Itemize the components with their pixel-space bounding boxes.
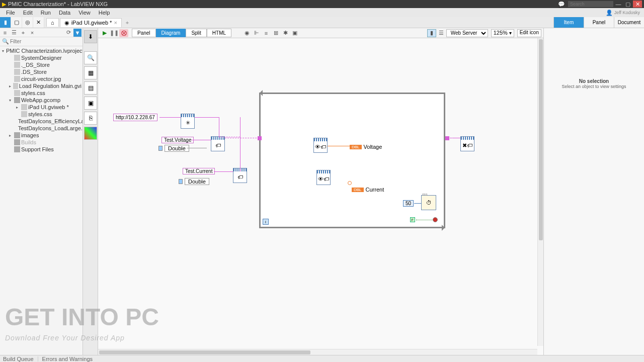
zoom-dropdown[interactable]: 125% ▾: [491, 29, 514, 37]
menu-edit[interactable]: Edit: [19, 10, 37, 16]
tree-item[interactable]: circuit-vector.jpg: [0, 75, 83, 82]
menu-help[interactable]: Help: [95, 10, 114, 16]
palette-search-icon[interactable]: 🔍: [84, 51, 97, 64]
align-left-icon[interactable]: ⊩: [252, 29, 261, 37]
layout-b-icon[interactable]: ☰: [437, 29, 446, 37]
label-voltage-tag[interactable]: Test.Voltage: [162, 137, 194, 143]
label-current-tag[interactable]: Test.Current: [183, 168, 215, 174]
node-wait-ms[interactable]: ⏱: [421, 195, 436, 210]
indicator-current[interactable]: DBLCurrent: [352, 187, 384, 193]
breakpoint-icon[interactable]: ◉: [243, 29, 252, 37]
document-tab[interactable]: ◉ iPad UI.gviweb * ×: [60, 18, 122, 27]
tree-item[interactable]: ▸Load Regulation Main.gvi: [0, 82, 83, 89]
viewtab-split[interactable]: Split: [186, 29, 206, 37]
menu-run[interactable]: Run: [37, 10, 55, 16]
canvas-area: ▶ ❚❚ ⨂ Panel Diagram Split HTML ◉ ⊩ ≡ ⊞ …: [98, 28, 543, 355]
indicator-voltage[interactable]: DBLVoltage: [350, 144, 382, 150]
abort-button[interactable]: ⨂: [119, 29, 128, 37]
run-button[interactable]: ▶: [100, 29, 109, 37]
new-tab-button[interactable]: +: [123, 19, 132, 27]
tools-button[interactable]: ✕: [33, 17, 44, 28]
tree-root[interactable]: ▾PMIC Characterization.lvproject *: [0, 47, 83, 54]
group-icon[interactable]: ▣: [290, 29, 299, 37]
coerce-dot-icon: [348, 181, 352, 185]
cleanup-icon[interactable]: ✱: [281, 29, 290, 37]
tree-item[interactable]: .DS_Store: [0, 68, 83, 75]
distribute-icon[interactable]: ⊞: [271, 29, 280, 37]
tree-item[interactable]: Support Files: [0, 146, 83, 153]
filter-toggle-icon[interactable]: ▼: [73, 29, 82, 37]
tree-item[interactable]: TestDayIcons_LoadLarge.png: [0, 125, 83, 132]
wire: [240, 117, 240, 171]
edit-icon-button[interactable]: Edit icon: [517, 29, 541, 37]
node-open-tag[interactable]: ✳: [181, 114, 195, 129]
tree-item[interactable]: ▾WebApp.gcomp: [0, 97, 83, 104]
datatype-current[interactable]: Double: [179, 178, 209, 185]
bool-constant-false[interactable]: F: [410, 217, 415, 222]
menu-data[interactable]: Data: [55, 10, 74, 16]
palette-numeric-icon[interactable]: ▣: [84, 97, 97, 110]
tree-item[interactable]: SystemDesigner: [0, 54, 83, 61]
chat-icon[interactable]: 💬: [558, 1, 565, 8]
diagram-canvas[interactable]: http://10.2.228.67 ✳ Test.Voltage Double…: [98, 38, 543, 355]
server-dropdown[interactable]: Web Server: [446, 29, 488, 37]
string-constant-url[interactable]: http://10.2.228.67: [113, 114, 157, 121]
global-search-input[interactable]: [568, 1, 613, 7]
status-errors[interactable]: Errors and Warnings: [42, 356, 93, 362]
maximize-button[interactable]: ▢: [623, 1, 632, 8]
viewtab-panel[interactable]: Panel: [132, 29, 156, 37]
viewtab-diagram[interactable]: Diagram: [156, 29, 186, 37]
node-read-tag-voltage[interactable]: 👁🏷: [313, 138, 328, 153]
tree-item[interactable]: ▸images: [0, 132, 83, 139]
numeric-constant-ms[interactable]: 50: [403, 200, 414, 207]
iteration-terminal-icon: i: [263, 219, 269, 225]
tab-close-icon[interactable]: ×: [114, 20, 117, 26]
target-button[interactable]: ◎: [22, 17, 33, 28]
datatype-voltage[interactable]: Double: [158, 145, 189, 152]
align-center-icon[interactable]: ≡: [262, 29, 271, 37]
node-read-tag-current[interactable]: 👁🏷: [316, 170, 331, 185]
palette-collapse-icon[interactable]: ⬇: [84, 30, 97, 43]
tunnel-icon: [445, 136, 449, 140]
open-button[interactable]: ▢: [11, 17, 22, 28]
canvas-scrollbar-horizontal[interactable]: [98, 349, 537, 355]
inspector-tab-document[interactable]: Document: [614, 17, 644, 28]
new-button[interactable]: ▮: [0, 17, 11, 28]
node-register-tag-voltage[interactable]: 🏷: [211, 136, 225, 151]
viewtab-html[interactable]: HTML: [207, 29, 231, 37]
layout-a-icon[interactable]: ▮: [427, 29, 436, 37]
menu-file[interactable]: File: [2, 10, 19, 16]
add-item-icon[interactable]: +: [19, 29, 27, 37]
view-tree-icon[interactable]: ☰: [10, 29, 18, 37]
status-bar: Build Queue Errors and Warnings: [0, 355, 644, 362]
refresh-icon[interactable]: ⟳: [64, 29, 72, 37]
palette-array-icon[interactable]: ▤: [84, 81, 97, 95]
remove-item-icon[interactable]: ×: [28, 29, 36, 37]
pause-button[interactable]: ❚❚: [110, 29, 119, 37]
palette-structures-icon[interactable]: ▦: [84, 66, 97, 79]
view-list-icon[interactable]: ≡: [1, 29, 9, 37]
inspector-pane: No selection Select an object to view se…: [543, 28, 644, 355]
tree-item[interactable]: TestDayIcons_EfficiencyLar...: [0, 118, 83, 125]
tree-item[interactable]: styles.css: [0, 111, 83, 118]
close-button[interactable]: ✕: [633, 1, 642, 8]
filter-input[interactable]: [10, 39, 80, 44]
menu-view[interactable]: View: [74, 10, 95, 16]
palette-color-icon[interactable]: [84, 127, 97, 140]
inspector-tab-panel[interactable]: Panel: [584, 17, 614, 28]
palette-connect-icon[interactable]: ⎘: [84, 112, 97, 125]
tunnel-icon: [258, 136, 262, 140]
minimize-button[interactable]: —: [614, 1, 623, 8]
node-close-tag[interactable]: ✖🏷: [460, 136, 474, 151]
home-tab[interactable]: ⌂: [46, 18, 59, 27]
tree-item[interactable]: ._DS_Store: [0, 61, 83, 68]
status-build-queue[interactable]: Build Queue: [3, 356, 34, 362]
inspector-tab-item[interactable]: Item: [553, 17, 584, 28]
tree-item[interactable]: Builds: [0, 139, 83, 146]
canvas-scrollbar-vertical[interactable]: [537, 38, 543, 346]
labview-logo-icon: ▶: [2, 1, 6, 8]
watermark-sub: Download Free Your Desired App: [5, 334, 159, 342]
tree-item[interactable]: styles.css: [0, 89, 83, 97]
tree-item[interactable]: ▸iPad UI.gviweb *: [0, 104, 83, 111]
while-loop[interactable]: i: [259, 93, 445, 228]
